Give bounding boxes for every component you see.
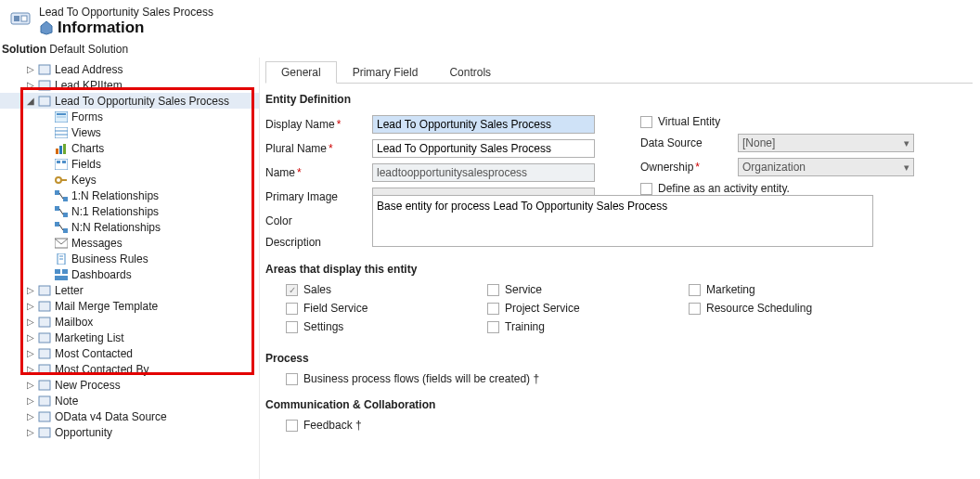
tree-node[interactable]: Dashboards: [0, 266, 259, 282]
tree-node[interactable]: ▷Most Contacted By: [0, 361, 259, 377]
area-item: Field Service: [286, 302, 467, 315]
define-activity-checkbox[interactable]: [640, 183, 652, 195]
tree-node[interactable]: ▷Lead KPIItem: [0, 77, 259, 93]
svg-rect-9: [55, 127, 68, 138]
tree-node[interactable]: ▷Letter: [0, 282, 259, 298]
tree-node[interactable]: Charts: [0, 140, 259, 156]
svg-rect-12: [56, 149, 58, 154]
tree-expander-icon[interactable]: ▷: [24, 427, 37, 437]
tree-node[interactable]: Views: [0, 124, 259, 140]
tree-node[interactable]: ▷OData v4 Data Source: [0, 408, 259, 424]
tab-general[interactable]: General: [265, 61, 337, 84]
tree-node[interactable]: ▷Opportunity: [0, 424, 259, 440]
tree-expander-icon[interactable]: ▷: [24, 411, 37, 421]
entity-icon: [37, 331, 52, 344]
area-label: Marketing: [706, 283, 755, 296]
area-checkbox[interactable]: [286, 303, 298, 315]
tree-node[interactable]: ▷Mail Merge Template: [0, 298, 259, 314]
tree-expander-icon[interactable]: ▷: [24, 380, 37, 390]
data-source-select[interactable]: [None]▾: [738, 134, 914, 152]
area-item: Service: [487, 283, 668, 296]
tree-node[interactable]: ▷New Process: [0, 377, 259, 393]
chart-icon: [54, 142, 69, 155]
entity-icon: [37, 395, 52, 408]
tree-label: Forms: [71, 110, 103, 123]
tree-expander-icon[interactable]: ▷: [24, 364, 37, 374]
tree-expander-icon[interactable]: ▷: [24, 332, 37, 343]
ownership-select[interactable]: Organization▾: [738, 158, 914, 176]
tab-controls[interactable]: Controls: [433, 61, 507, 83]
area-checkbox[interactable]: [286, 284, 298, 296]
svg-rect-39: [39, 333, 50, 343]
area-checkbox[interactable]: [487, 303, 499, 315]
tree-label: OData v4 Data Source: [55, 410, 167, 423]
svg-rect-36: [39, 286, 50, 295]
svg-rect-26: [55, 222, 59, 227]
tab-strip: GeneralPrimary FieldControls: [265, 59, 973, 84]
description-textarea[interactable]: [372, 195, 873, 247]
area-checkbox[interactable]: [689, 284, 701, 296]
tree-node[interactable]: Forms: [0, 109, 259, 124]
tree-node[interactable]: Fields: [0, 156, 259, 172]
svg-rect-27: [63, 228, 68, 233]
tree-expander-icon[interactable]: ▷: [24, 348, 37, 358]
tree-node[interactable]: ▷Lead Address: [0, 61, 259, 77]
tree-node[interactable]: Messages: [0, 235, 259, 251]
display-name-input[interactable]: [372, 115, 595, 134]
tree-label: Views: [71, 126, 101, 139]
form-icon: [54, 110, 69, 123]
area-checkbox[interactable]: [487, 321, 499, 333]
display-name-label: Display Name: [265, 118, 372, 131]
area-checkbox[interactable]: [286, 321, 298, 333]
entity-icon: [37, 347, 52, 360]
tree-node[interactable]: Keys: [0, 172, 259, 188]
area-label: Settings: [303, 320, 343, 333]
tree-expander-icon[interactable]: ▷: [24, 64, 37, 74]
tree-expander-icon[interactable]: ▷: [24, 301, 37, 311]
section-entity-definition: Entity Definition: [265, 93, 973, 106]
area-label: Service: [505, 283, 542, 296]
tree-node[interactable]: ▷Note: [0, 393, 259, 408]
tree-node[interactable]: 1:N Relationships: [0, 188, 259, 203]
svg-rect-35: [55, 276, 68, 280]
section-process: Process: [265, 352, 973, 365]
tree-label: Note: [55, 395, 78, 408]
area-label: Sales: [303, 283, 331, 296]
area-label: Resource Scheduling: [706, 302, 812, 315]
description-label: Description: [265, 236, 372, 249]
tree-label: 1:N Relationships: [71, 189, 159, 202]
tree-node[interactable]: Business Rules: [0, 251, 259, 266]
tree-expander-icon[interactable]: ▷: [24, 317, 37, 327]
page-title-text: Information: [58, 19, 145, 37]
tree-node[interactable]: N:N Relationships: [0, 219, 259, 235]
tree-node[interactable]: ▷Mailbox: [0, 314, 259, 330]
bpf-checkbox[interactable]: [286, 373, 298, 385]
svg-line-25: [59, 209, 63, 214]
svg-rect-16: [57, 161, 60, 163]
name-label: Name: [265, 166, 372, 179]
tree-label: Mailbox: [55, 316, 93, 329]
relationship-icon: [54, 221, 69, 234]
chevron-down-icon: ▾: [904, 162, 909, 174]
plural-name-input[interactable]: [372, 139, 595, 158]
rule-icon: [54, 252, 69, 265]
tree-node[interactable]: ▷Most Contacted: [0, 345, 259, 361]
section-areas: Areas that display this entity: [265, 263, 973, 276]
tree-expander-icon[interactable]: ▷: [24, 395, 37, 406]
tree-expander-icon[interactable]: ◢: [24, 96, 37, 106]
tree-node[interactable]: ▷Marketing List: [0, 330, 259, 345]
tree-expander-icon[interactable]: ▷: [24, 285, 37, 295]
svg-rect-14: [63, 144, 66, 154]
tree-node[interactable]: ◢Lead To Opportunity Sales Process: [0, 93, 259, 109]
tab-primary-field[interactable]: Primary Field: [337, 61, 434, 83]
area-label: Project Service: [505, 302, 580, 315]
area-checkbox[interactable]: [689, 303, 701, 315]
svg-rect-19: [60, 179, 67, 181]
comm-checkbox[interactable]: [286, 420, 298, 432]
tree-expander-icon[interactable]: ▷: [24, 80, 37, 90]
tree-label: Messages: [71, 237, 122, 250]
tree-node[interactable]: N:1 Relationships: [0, 203, 259, 219]
data-source-label: Data Source: [640, 136, 738, 149]
area-checkbox[interactable]: [487, 284, 499, 296]
virtual-entity-checkbox[interactable]: [640, 116, 652, 128]
